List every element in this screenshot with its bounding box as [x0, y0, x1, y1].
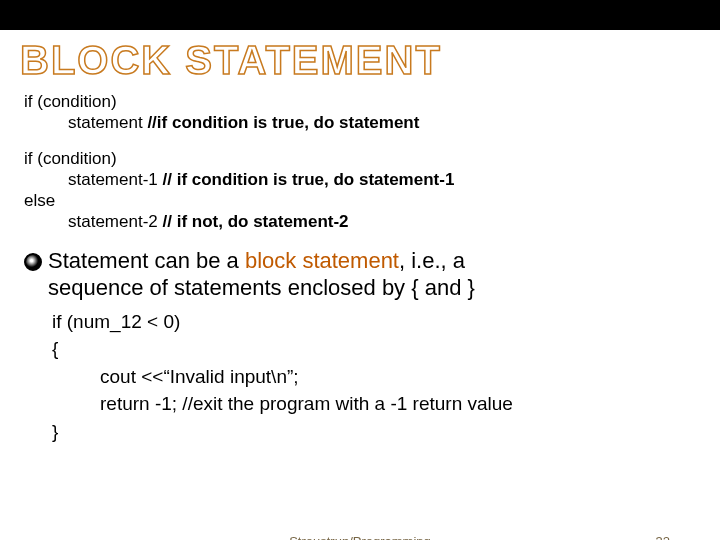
code-block-3: if (num_12 < 0) { cout <<“Invalid input\… [52, 308, 696, 446]
footer-center: Stroustrup/Programming [289, 534, 431, 540]
code-line: if (condition) [24, 148, 696, 169]
code-block-1: if (condition) statement //if condition … [24, 91, 696, 134]
code-line: if (condition) [24, 91, 696, 112]
bullet-icon [24, 253, 42, 271]
code-line: statement //if condition is true, do sta… [68, 112, 696, 133]
bullet-item: Statement can be a block statement, i.e.… [24, 247, 696, 302]
code-line: return -1; //exit the program with a -1 … [100, 390, 696, 418]
slide-content: if (condition) statement //if condition … [24, 91, 696, 445]
code-line: { [52, 335, 696, 363]
bullet-text: Statement can be a block statement, i.e.… [48, 247, 475, 302]
code-line: statement-2 // if not, do statement-2 [68, 211, 696, 232]
code-line: } [52, 418, 696, 446]
code-line: else [24, 190, 696, 211]
page-number: 32 [656, 534, 670, 540]
top-black-band [0, 0, 720, 30]
code-line: statement-1 // if condition is true, do … [68, 169, 696, 190]
slide-title: BLOCK STATEMENT [20, 38, 720, 83]
code-line: cout <<“Invalid input\n”; [100, 363, 696, 391]
code-line: if (num_12 < 0) [52, 308, 696, 336]
code-block-2: if (condition) statement-1 // if conditi… [24, 148, 696, 233]
